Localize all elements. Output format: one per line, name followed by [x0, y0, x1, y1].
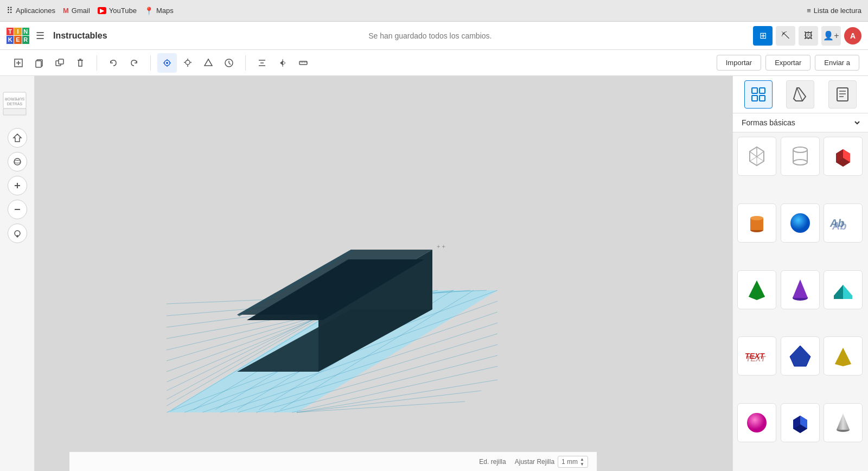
edit-tools-group [9, 53, 90, 73]
svg-marker-113 [843, 285, 852, 299]
zoom-out-button[interactable] [8, 200, 27, 219]
shape-box-red[interactable] [824, 137, 863, 176]
youtube-label: YouTube [109, 7, 137, 15]
main-area: SUPERIOR DETRÁS [0, 76, 868, 471]
apps-launcher[interactable]: ⠿ Aplicaciones [7, 5, 55, 16]
add-user-button[interactable]: 👤+ [821, 26, 841, 46]
svg-rect-82 [837, 88, 848, 101]
import-button[interactable]: Importar [717, 55, 761, 71]
zoom-out-icon [12, 205, 22, 214]
box-wire-icon [742, 142, 771, 171]
svg-point-93 [793, 147, 807, 152]
toolbar-right-buttons: Importar Exportar Enviar a [717, 55, 859, 71]
category-select[interactable]: Formas básicas Texto Conectores Favorito… [739, 118, 861, 128]
canvas-area[interactable]: + + › Ed. rejilla Ajustar Rejilla 1 mm ▲… [35, 76, 732, 471]
home-view-button[interactable] [8, 128, 27, 148]
mirror-button[interactable] [273, 53, 292, 73]
ruler3d-icon [792, 86, 809, 103]
selection-handle: + + [437, 243, 445, 250]
grid-value-container[interactable]: 1 mm ▲ ▼ [558, 456, 588, 468]
shapes-grid: Ab Ab [733, 132, 868, 471]
shapes-panel-button[interactable] [744, 80, 773, 109]
light-button[interactable] [178, 53, 197, 73]
toolbar-separator-3 [245, 55, 246, 71]
user-avatar[interactable]: A [844, 27, 861, 44]
reading-list[interactable]: ≡ Lista de lectura [807, 7, 861, 15]
maps-link[interactable]: 📍 Maps [144, 7, 174, 15]
spinner-down[interactable]: ▼ [580, 462, 584, 467]
shape-category-dropdown[interactable]: Formas básicas Texto Conectores Favorito… [733, 113, 868, 132]
pickaxe-button[interactable]: ⛏ [776, 26, 795, 46]
duplicate-button[interactable] [50, 53, 69, 73]
reading-list-icon: ≡ [807, 7, 811, 15]
svg-marker-108 [749, 281, 765, 300]
prism-blue-icon [786, 341, 815, 371]
shape-pyramid-yellow[interactable] [824, 336, 863, 375]
measure-panel-button[interactable] [786, 80, 814, 109]
fit-button[interactable] [8, 224, 27, 243]
menu-button[interactable]: ☰ [36, 30, 44, 42]
svg-marker-119 [835, 348, 851, 366]
sphere-pink-icon [742, 408, 771, 437]
svg-rect-77 [760, 88, 765, 93]
left-sidebar: SUPERIOR DETRÁS [0, 76, 35, 471]
grid-spinner[interactable]: ▲ ▼ [580, 457, 584, 467]
shape-sphere-pink[interactable] [737, 403, 776, 442]
svg-rect-79 [760, 96, 765, 101]
redo-icon [129, 58, 139, 68]
grid-value: 1 mm [561, 458, 578, 466]
box-navy-icon [786, 408, 815, 437]
grid-view-button[interactable]: ⊞ [753, 26, 773, 46]
ruler-button[interactable] [293, 53, 313, 73]
svg-point-41 [14, 158, 21, 165]
shape-prism-blue[interactable] [781, 336, 820, 375]
view-cube-container[interactable]: SUPERIOR DETRÁS [0, 82, 36, 119]
notes-panel-button[interactable] [828, 80, 857, 109]
shape-text-flat[interactable]: TEXT TEXT [737, 336, 776, 375]
shape-sphere-blue[interactable] [781, 203, 820, 243]
ruler-icon [298, 58, 309, 68]
export-button[interactable]: Exportar [765, 55, 810, 71]
new-button[interactable] [9, 53, 28, 73]
align-button[interactable] [252, 53, 272, 73]
gmail-link[interactable]: M Gmail [63, 7, 90, 15]
grid-control: Ajustar Rejilla 1 mm ▲ ▼ [515, 456, 588, 468]
align-group [252, 53, 313, 73]
send-button[interactable]: Enviar a [815, 55, 859, 71]
shape-text-3d[interactable]: Ab Ab [824, 203, 863, 243]
ajustar-rejilla-label: Ajustar Rejilla [515, 458, 554, 466]
shape-box-navy[interactable] [781, 403, 820, 442]
camera-button[interactable] [157, 53, 177, 73]
spinner-up[interactable]: ▲ [580, 457, 584, 462]
view-cube-svg: SUPERIOR DETRÁS [0, 82, 36, 119]
redo-button[interactable] [124, 53, 144, 73]
copy-button[interactable] [29, 53, 49, 73]
shape-cone-gray[interactable] [824, 403, 863, 442]
new-icon [13, 58, 24, 68]
shape-cone-purple[interactable] [781, 270, 820, 309]
measure-button[interactable] [219, 53, 239, 73]
undo-icon [108, 58, 119, 68]
svg-line-88 [750, 151, 757, 157]
camera-icon [162, 58, 173, 68]
shape-cyl-wire[interactable] [781, 137, 820, 176]
shape-box-wire[interactable] [737, 137, 776, 176]
gallery-button[interactable]: 🖼 [799, 26, 818, 46]
delete-button[interactable] [71, 53, 90, 73]
shape-cyl-orange[interactable] [737, 203, 776, 243]
svg-point-104 [790, 213, 810, 233]
zoom-in-button[interactable] [8, 176, 27, 195]
logo-r: R [22, 36, 29, 44]
project-title[interactable]: Instructables [53, 31, 107, 41]
undo-button[interactable] [104, 53, 123, 73]
shape-roof-cyan[interactable] [824, 270, 863, 309]
svg-point-94 [793, 160, 807, 165]
header-actions: ⊞ ⛏ 🖼 👤+ A [753, 26, 861, 46]
reading-list-label: Lista de lectura [814, 7, 861, 15]
svg-point-11 [166, 62, 168, 64]
shape-pyramid-green[interactable] [737, 270, 776, 309]
orbit-button[interactable] [8, 152, 27, 171]
shapes-button[interactable] [199, 53, 218, 73]
cyl-orange-icon [742, 208, 771, 238]
youtube-link[interactable]: ▶ YouTube [98, 7, 137, 15]
